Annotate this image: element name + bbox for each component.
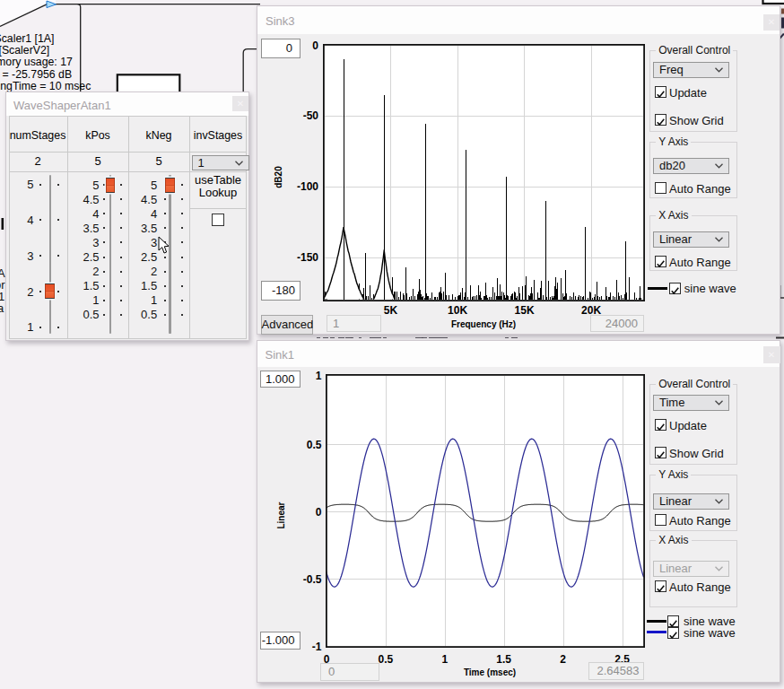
svg-text:a: a [0, 301, 4, 315]
